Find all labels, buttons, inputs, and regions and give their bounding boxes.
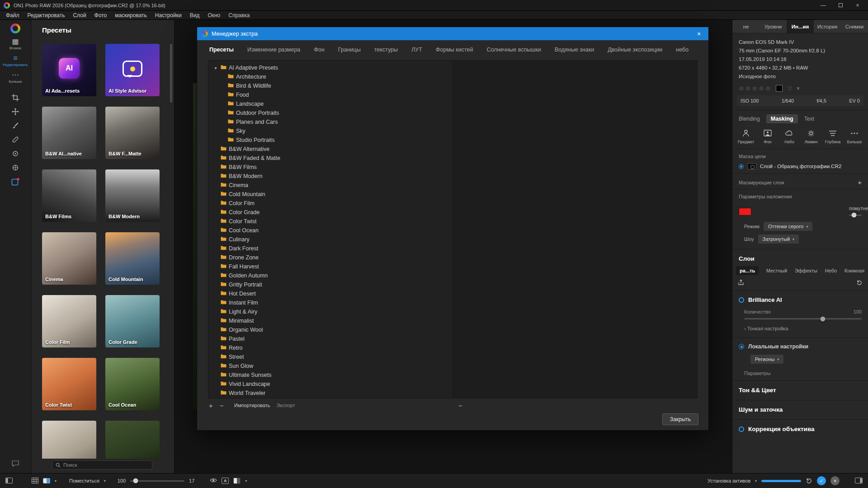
extras-category-tab[interactable]: Изменение размера: [247, 47, 300, 53]
preset-category-tile[interactable]: Cool Ocean: [105, 358, 160, 410]
layers-tab[interactable]: Небо: [825, 268, 837, 273]
color-label-swatch[interactable]: [776, 85, 783, 92]
grid-view-icon[interactable]: [32, 478, 38, 484]
tree-folder-row[interactable]: ▾ Architecture: [208, 72, 453, 81]
tree-folder-row[interactable]: ▾ AI Adaptive Presets: [208, 63, 453, 72]
on1-logo-icon[interactable]: [10, 23, 20, 33]
mask-color-swatch[interactable]: [739, 208, 751, 216]
reset-icon[interactable]: [856, 279, 863, 286]
preset-category-tile[interactable]: Cinema: [42, 232, 96, 285]
menu-item[interactable]: Справка: [224, 12, 254, 19]
tree-folder-row[interactable]: ▾ Hot Desert: [208, 289, 453, 298]
reject-icon[interactable]: ×: [797, 85, 800, 92]
tree-folder-row[interactable]: ▾ Fall Harvest: [208, 262, 453, 271]
preset-category-tile[interactable]: [42, 421, 96, 459]
right-panel-tab[interactable]: Снимки: [841, 20, 868, 33]
preset-category-tile[interactable]: AI AI Ada...resets: [42, 44, 96, 96]
noise-sharpen-section[interactable]: Шум и заточка: [732, 400, 868, 419]
tree-folder-row[interactable]: ▾ Planes and Cars: [208, 117, 453, 127]
mode-dropdown[interactable]: Оттенки серого ▾: [764, 222, 812, 231]
compare-view-ic[interactable]: [43, 478, 50, 483]
preset-category-tile[interactable]: Color Film: [42, 295, 96, 347]
mask-view-icon[interactable]: [233, 478, 241, 484]
tree-folder-row[interactable]: ▾ Studio Portraits: [208, 136, 453, 145]
opacity-slider[interactable]: [849, 215, 862, 216]
menu-item[interactable]: Фото: [90, 12, 111, 19]
extras-category-tab[interactable]: Водяные знаки: [555, 47, 594, 53]
module-button[interactable]: Browse: [0, 38, 31, 50]
radio-selected-icon[interactable]: [739, 164, 744, 169]
menu-item[interactable]: Настройки: [151, 12, 186, 19]
menu-item[interactable]: Окно: [203, 12, 224, 19]
soft-proof-icon[interactable]: A: [222, 478, 229, 484]
enabled-radio-icon[interactable]: [739, 344, 744, 349]
right-panel-tab[interactable]: История: [814, 20, 841, 33]
mask-tool-button[interactable]: Небо: [778, 129, 800, 144]
extras-category-tab[interactable]: текстуры: [374, 47, 398, 53]
mask-tool-button[interactable]: Люмин: [800, 129, 822, 144]
menu-item[interactable]: Редактировать: [24, 12, 69, 19]
tree-folder-row[interactable]: ▾ B&W Alternative: [208, 145, 453, 154]
tree-folder-row[interactable]: ▾ Ultimate Sunsets: [208, 371, 453, 380]
tree-folder-row[interactable]: ▾ Color Grade: [208, 208, 453, 217]
right-panel-tab[interactable]: Ин...ия: [787, 20, 814, 33]
tree-folder-row[interactable]: ▾ Food: [208, 90, 453, 99]
preset-category-tile[interactable]: B&W Modern: [105, 169, 160, 222]
star-icon[interactable]: ☆: [759, 85, 764, 92]
layers-tab[interactable]: ра...ть: [736, 266, 759, 275]
fine-tune-disclosure[interactable]: › Тонкая настройка: [732, 320, 868, 334]
preset-category-tile[interactable]: B&W AI...native: [42, 107, 96, 159]
tree-folder-row[interactable]: ▾ Cinema: [208, 181, 453, 190]
extras-category-tab[interactable]: небо: [676, 47, 689, 53]
tree-folder-row[interactable]: ▾ Bird & Wildlife: [208, 81, 453, 90]
layers-tab[interactable]: Местный: [766, 268, 787, 273]
healing-brush-tool-icon[interactable]: [11, 136, 19, 144]
extras-category-tab[interactable]: Солнечные вспышки: [486, 47, 541, 53]
mask-tool-button[interactable]: Больше: [844, 129, 865, 144]
chevron-down-icon[interactable]: ▾: [55, 479, 57, 483]
tree-folder-row[interactable]: ▾ Organic Wool: [208, 325, 453, 334]
show-dropdown[interactable]: Затронутый ▾: [758, 235, 799, 244]
module-button[interactable]: Больше: [0, 71, 31, 84]
tree-folder-row[interactable]: ▾ Landscape: [208, 99, 453, 108]
star-icon[interactable]: ☆: [752, 85, 757, 92]
local-adjust-tool-icon[interactable]: [11, 150, 19, 158]
tree-folder-row[interactable]: ▾ Retro: [208, 343, 453, 352]
tree-folder-row[interactable]: ▾ Pastel: [208, 334, 453, 343]
ai-quick-mask-tool-icon[interactable]: [11, 178, 19, 186]
extras-category-tab[interactable]: Границы: [338, 47, 361, 53]
dialog-close-icon[interactable]: ×: [694, 30, 704, 38]
toggle-panels-icon[interactable]: [855, 478, 863, 484]
tree-folder-row[interactable]: ▾ Street: [208, 352, 453, 361]
preset-category-tile[interactable]: B&W F...Matte: [105, 107, 160, 159]
close-dialog-button[interactable]: Закрыть: [662, 413, 698, 425]
module-button[interactable]: Редактировать: [0, 55, 31, 67]
tree-folder-row[interactable]: ▾ Sky: [208, 127, 453, 136]
masking-mode-tab[interactable]: Text: [804, 116, 814, 122]
zoom-slider[interactable]: [130, 480, 184, 482]
apply-button[interactable]: ✓: [817, 476, 826, 485]
menu-item[interactable]: Слой: [69, 12, 90, 19]
preset-category-tile[interactable]: Color Grade: [105, 295, 160, 347]
layers-tab[interactable]: Книжная: [844, 268, 864, 273]
tree-folder-row[interactable]: ▾ Instant Film: [208, 298, 453, 307]
extras-category-tab[interactable]: ЛУТ: [411, 47, 422, 53]
enabled-toggle-icon[interactable]: [739, 427, 744, 432]
extras-category-tab[interactable]: Пресеты: [209, 47, 234, 53]
tree-folder-row[interactable]: ▾ Gritty Portrait: [208, 280, 453, 289]
zoom-fit-dropdown[interactable]: Поместиться: [69, 478, 99, 483]
preset-category-tile[interactable]: Cold Mountain: [105, 232, 160, 285]
undo-icon[interactable]: [806, 477, 812, 485]
preview-eye-icon[interactable]: [210, 478, 217, 484]
opacity-slider-knob[interactable]: [851, 213, 856, 218]
tree-folder-row[interactable]: ▾ World Traveler: [208, 389, 453, 398]
preset-category-tile[interactable]: B&W Films: [42, 169, 96, 222]
tree-folder-row[interactable]: ▾ B&W Faded & Matte: [208, 154, 453, 163]
layers-tab[interactable]: Эффекты: [795, 268, 817, 273]
tree-folder-row[interactable]: ▾ Vivid Landscape: [208, 380, 453, 389]
mask-target-layer-row[interactable]: Слой - Образец фотографии.CR2: [732, 161, 868, 174]
close-button[interactable]: ×: [851, 2, 864, 9]
star-icon[interactable]: ☆: [745, 85, 751, 92]
export-layer-icon[interactable]: [738, 279, 744, 286]
move-tool-icon[interactable]: [11, 108, 19, 116]
